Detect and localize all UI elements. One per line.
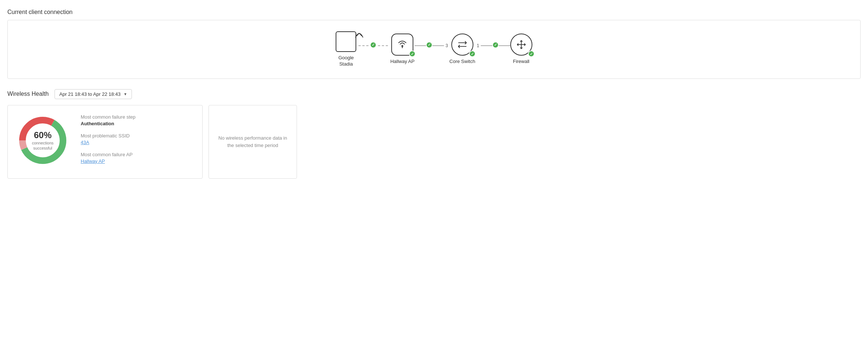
svg-point-0 [402, 45, 403, 47]
connector-1 [358, 45, 388, 46]
hallway-ap-icon-wrap [391, 34, 413, 56]
google-stadia-label: GoogleStadia [338, 55, 354, 67]
core-switch-status [469, 50, 476, 57]
donut-sublabel: connectionssuccessful [32, 140, 54, 151]
no-data-message: No wireless performance data in the sele… [216, 134, 289, 149]
connector-3: 1 [475, 43, 510, 48]
wifi-signal-icon [354, 28, 364, 40]
current-connection-section: Current client connection [7, 9, 861, 79]
date-range-label: Apr 21 18:43 to Apr 22 18:43 [59, 91, 120, 97]
donut-chart: 60% connectionssuccessful [15, 113, 70, 168]
device-hallway-ap: Hallway AP [390, 34, 414, 65]
stat-problematic-ssid: Most problematic SSID 43A [81, 133, 195, 145]
stat-failure-step: Most common failure step Authentication [81, 114, 195, 126]
google-stadia-icon-wrap [336, 31, 356, 52]
firewall-status [528, 50, 535, 57]
hallway-ap-label: Hallway AP [390, 59, 414, 65]
failure-ap-link[interactable]: Hallway AP [81, 158, 195, 164]
connection-diagram: GoogleStadia [336, 31, 532, 67]
health-card-right: No wireless performance data in the sele… [209, 105, 297, 179]
port-number-1: 1 [477, 43, 479, 48]
hallway-ap-status [409, 50, 416, 57]
stat-failure-ap: Most common failure AP Hallway AP [81, 152, 195, 164]
problematic-ssid-label: Most problematic SSID [81, 133, 195, 139]
connection-diagram-box: GoogleStadia [7, 20, 861, 79]
core-switch-label: Core Switch [449, 59, 475, 65]
chevron-down-icon: ▼ [123, 92, 127, 96]
wireless-health-section: Wireless Health Apr 21 18:43 to Apr 22 1… [7, 89, 861, 179]
device-firewall: Firewall [510, 34, 532, 65]
problematic-ssid-link[interactable]: 43A [81, 140, 195, 145]
wireless-health-title: Wireless Health [7, 91, 49, 97]
firewall-icon-wrap [510, 34, 532, 56]
donut-center-label: 60% connectionssuccessful [32, 130, 54, 151]
health-card-left: 60% connectionssuccessful Most common fa… [7, 105, 203, 179]
failure-step-label: Most common failure step [81, 114, 195, 120]
health-cards-row: 60% connectionssuccessful Most common fa… [7, 105, 861, 179]
connection-title: Current client connection [7, 9, 861, 15]
failure-stats: Most common failure step Authentication … [81, 113, 195, 164]
failure-step-value: Authentication [81, 121, 195, 126]
connector-badge-3 [492, 42, 499, 48]
donut-percent: 60% [32, 130, 54, 140]
connector-badge-1 [370, 42, 377, 48]
svg-point-1 [402, 47, 403, 48]
firewall-label: Firewall [513, 59, 529, 65]
date-range-dropdown[interactable]: Apr 21 18:43 to Apr 22 18:43 ▼ [55, 89, 132, 99]
core-switch-icon-wrap [451, 34, 473, 56]
wireless-health-header: Wireless Health Apr 21 18:43 to Apr 22 1… [7, 89, 861, 99]
device-google-stadia: GoogleStadia [336, 31, 356, 67]
client-device-icon [336, 31, 356, 52]
connector-badge-2 [426, 42, 433, 48]
connector-2: 3 [414, 43, 449, 48]
device-core-switch: Core Switch [449, 34, 475, 65]
port-number-3: 3 [445, 43, 448, 48]
failure-ap-label: Most common failure AP [81, 152, 195, 157]
